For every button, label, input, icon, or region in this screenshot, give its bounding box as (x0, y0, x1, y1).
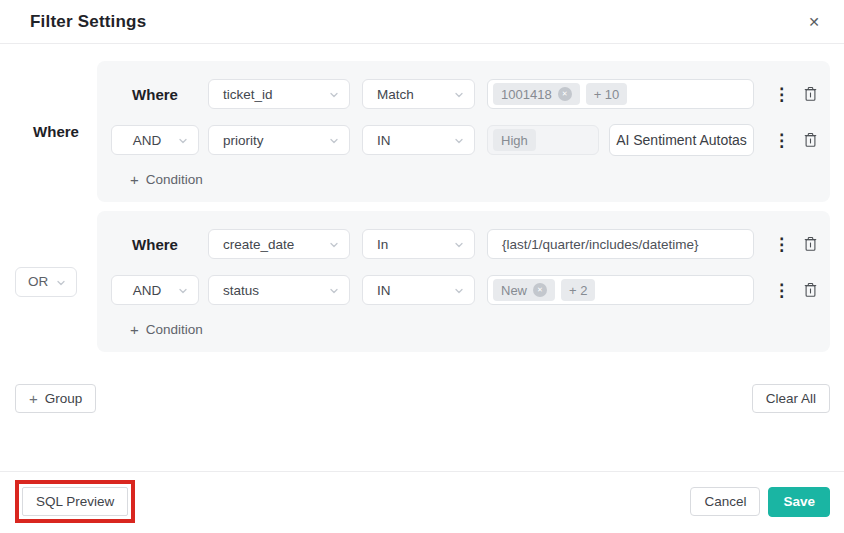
row-more-options-icon[interactable]: ⋮ (773, 86, 787, 103)
plus-icon: + (130, 171, 139, 188)
field-select[interactable]: priority (208, 125, 350, 155)
add-condition-label: Condition (146, 172, 203, 187)
save-button[interactable]: Save (768, 487, 830, 517)
tag-remove-icon[interactable]: ✕ (533, 283, 547, 297)
add-condition-button[interactable]: + Condition (111, 171, 203, 188)
operator-select-value: Match (377, 87, 414, 102)
condition-row: Where ticket_id Match 1001418 ✕ (111, 79, 818, 109)
field-select-value: status (223, 283, 259, 298)
plus-icon: + (29, 390, 38, 407)
group-connector-label: Where (33, 123, 79, 140)
operator-select[interactable]: IN (362, 275, 475, 305)
chevron-down-icon (453, 285, 465, 297)
chevron-down-icon (453, 239, 465, 251)
dialog-footer: SQL Preview Cancel Save (0, 471, 844, 533)
clear-all-button[interactable]: Clear All (752, 384, 830, 413)
condition-row: AND priority IN High (111, 125, 818, 155)
sql-preview-highlight: SQL Preview (15, 480, 135, 523)
add-group-label: Group (45, 391, 83, 406)
plus-icon: + (130, 321, 139, 338)
operator-select[interactable]: In (362, 229, 475, 259)
field-select-value: priority (223, 133, 264, 148)
dialog-body: Where Where ticket_id Match (0, 44, 844, 471)
delete-row-icon[interactable] (803, 282, 818, 298)
chevron-down-icon (328, 239, 340, 251)
chevron-down-icon (328, 89, 340, 101)
filter-group-1: Where Where ticket_id Match (15, 61, 830, 202)
chevron-down-icon (453, 135, 465, 147)
footer-actions: Cancel Save (690, 487, 830, 517)
group-panel: Where ticket_id Match 1001418 ✕ (97, 61, 830, 202)
actions-row: + Group Clear All (15, 384, 830, 413)
value-input[interactable]: High (487, 125, 599, 155)
group-panel: Where create_date In {last/1/quarter/inc… (97, 211, 830, 352)
close-icon[interactable]: ✕ (804, 12, 824, 32)
chevron-down-icon (177, 135, 189, 147)
field-select[interactable]: create_date (208, 229, 350, 259)
field-select-value: create_date (223, 237, 294, 252)
value-text: {last/1/quarter/includes/datetime} (493, 237, 699, 252)
group-connector-column: Where (15, 61, 97, 202)
value-tag: New ✕ (493, 279, 555, 301)
value-tag-more: + 10 (586, 83, 628, 105)
value-tag-more: + 2 (561, 279, 595, 301)
field-select[interactable]: status (208, 275, 350, 305)
operator-select-value: IN (377, 133, 391, 148)
group-connector-column: OR (15, 211, 97, 352)
condition-row: AND status IN New (111, 275, 818, 305)
operator-select-value: IN (377, 283, 391, 298)
row-more-options-icon[interactable]: ⋮ (773, 282, 787, 299)
row-where-label: Where (111, 86, 199, 103)
value-tag: 1001418 ✕ (493, 83, 580, 105)
value-input[interactable]: 1001418 ✕ + 10 (487, 79, 754, 109)
condition-row: Where create_date In {last/1/quarter/inc… (111, 229, 818, 259)
row-more-options-icon[interactable]: ⋮ (773, 132, 787, 149)
chevron-down-icon (177, 285, 189, 297)
delete-row-icon[interactable] (803, 236, 818, 252)
delete-row-icon[interactable] (803, 86, 818, 102)
value-input[interactable]: New ✕ + 2 (487, 275, 754, 305)
chevron-down-icon (328, 285, 340, 297)
add-group-button[interactable]: + Group (15, 384, 96, 413)
sql-preview-button[interactable]: SQL Preview (22, 487, 128, 516)
conjunction-select-value: AND (133, 283, 162, 298)
value-input[interactable]: {last/1/quarter/includes/datetime} (487, 229, 754, 259)
cancel-button[interactable]: Cancel (690, 487, 760, 516)
field-select[interactable]: ticket_id (208, 79, 350, 109)
value-slot: {last/1/quarter/includes/datetime} (487, 229, 754, 259)
conjunction-select-value: AND (133, 133, 162, 148)
tag-label: 1001418 (501, 87, 552, 102)
filter-settings-dialog: Filter Settings ✕ Where Where ticket_id … (0, 0, 844, 533)
field-select-value: ticket_id (223, 87, 273, 102)
ai-sentiment-button[interactable]: AI Sentiment Autotas (609, 124, 754, 156)
value-slot: 1001418 ✕ + 10 (487, 79, 754, 109)
group-connector-select[interactable]: OR (15, 267, 77, 297)
operator-select-value: In (377, 237, 388, 252)
tag-remove-icon[interactable]: ✕ (558, 87, 572, 101)
dialog-title: Filter Settings (30, 12, 146, 32)
tag-label: New (501, 283, 527, 298)
conjunction-select[interactable]: AND (111, 125, 199, 155)
chevron-down-icon (55, 277, 67, 289)
chevron-down-icon (328, 135, 340, 147)
value-slot: High AI Sentiment Autotas (487, 124, 754, 156)
row-more-options-icon[interactable]: ⋮ (773, 236, 787, 253)
operator-select[interactable]: Match (362, 79, 475, 109)
add-condition-button[interactable]: + Condition (111, 321, 203, 338)
add-condition-label: Condition (146, 322, 203, 337)
value-slot: New ✕ + 2 (487, 275, 754, 305)
dialog-header: Filter Settings ✕ (0, 0, 844, 44)
conjunction-select[interactable]: AND (111, 275, 199, 305)
delete-row-icon[interactable] (803, 132, 818, 148)
value-tag: High (493, 129, 536, 151)
chevron-down-icon (453, 89, 465, 101)
group-connector-value: OR (28, 274, 48, 289)
filter-group-2: OR Where create_date In (15, 211, 830, 352)
operator-select[interactable]: IN (362, 125, 475, 155)
row-where-label: Where (111, 236, 199, 253)
